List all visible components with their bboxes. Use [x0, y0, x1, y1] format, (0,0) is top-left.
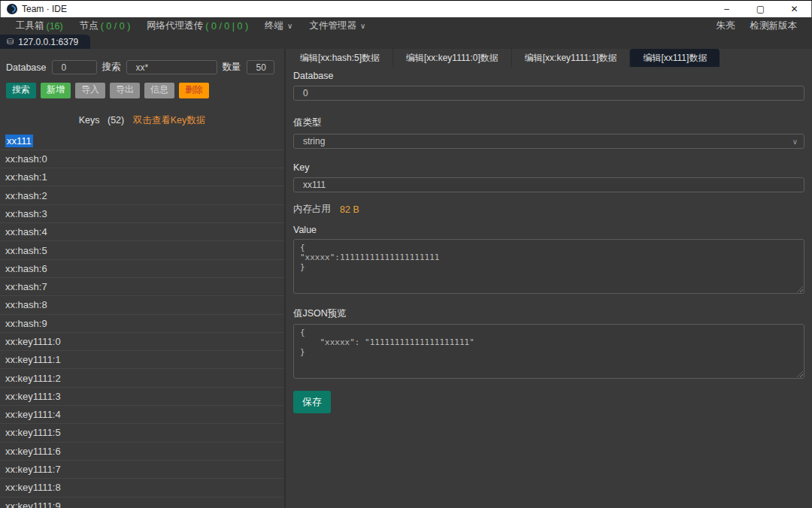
check-update-link[interactable]: 检测新版本 [743, 20, 805, 32]
value-area-wrap: { "xxxxx":11111111111111111111 } [293, 239, 804, 294]
key-list-item[interactable]: xx:hash:0 [0, 150, 284, 168]
key-name: xx:hash:1 [5, 171, 47, 183]
value-label: Value [293, 225, 804, 235]
close-button[interactable]: ✕ [777, 1, 811, 17]
form-database-input[interactable] [293, 86, 804, 101]
key-list-item[interactable]: xx:hash:1 [0, 168, 284, 186]
menu-item-count: (16) [47, 21, 63, 32]
key-list-item[interactable]: xx:key1111:5 [0, 424, 284, 442]
key-list-item[interactable]: xx:key1111:7 [0, 461, 284, 479]
key-list-item[interactable]: xx:hash:7 [0, 278, 284, 296]
form-database-label: Database [293, 71, 804, 81]
key-list-item[interactable]: xx:hash:6 [0, 260, 284, 278]
menu-item-0[interactable]: 工具箱(16) [8, 20, 71, 32]
search-label: 搜索 [102, 61, 121, 74]
key-name: xx111 [5, 135, 33, 147]
keys-header: Keys (52) 双击查看Key数据 [0, 114, 284, 127]
key-list-item[interactable]: xx:hash:2 [0, 186, 284, 204]
sidebar-button-4[interactable]: 信息 [144, 83, 174, 98]
menu-item-label: 文件管理器 [309, 20, 356, 32]
database-input[interactable] [52, 60, 97, 74]
key-list-item[interactable]: xx:key1111:2 [0, 369, 284, 387]
key-input[interactable] [293, 177, 804, 192]
chevron-down-icon: ∨ [792, 138, 798, 146]
user-name[interactable]: 朱亮 [709, 20, 743, 32]
chevron-down-icon: ∨ [360, 22, 365, 30]
json-preview-textarea[interactable]: { "xxxxx": "11111111111111111111" } [293, 324, 804, 379]
key-list-item[interactable]: xx:key1111:8 [0, 479, 284, 497]
menu-item-1[interactable]: 节点( 0 / 0 ) [71, 20, 139, 32]
key-list-item[interactable]: xx:hash:5 [0, 241, 284, 259]
editor-form: Database 值类型 string ∨ Key 内存占用 82 B Valu… [286, 67, 812, 413]
key-label: Key [293, 162, 804, 173]
editor-tab-0[interactable]: 编辑[xx:hash:5]数据 [287, 49, 393, 67]
sidebar-button-2[interactable]: 导入 [75, 83, 105, 98]
key-name: xx:key1111:7 [5, 464, 61, 475]
value-type-label: 值类型 [293, 116, 804, 129]
editor-tab-3[interactable]: 编辑[xx111]数据 [630, 49, 720, 67]
sidebar-button-row: 搜索新增导入导出信息删除 [0, 83, 284, 98]
key-list-item[interactable]: xx:hash:9 [0, 315, 284, 333]
connection-tab-label: 127.0.0.1:6379 [18, 37, 78, 47]
editor-tab-2[interactable]: 编辑[xx:key1111:1]数据 [512, 49, 631, 67]
key-list-item[interactable]: xx:key1111:0 [0, 333, 284, 351]
key-name: xx:key1111:8 [5, 482, 61, 493]
key-list-item[interactable]: xx:key1111:4 [0, 406, 284, 424]
menu-bar: 工具箱(16)节点( 0 / 0 )网络代理透传( 0 / 0 | 0 )终端∨… [0, 17, 812, 35]
sidebar-button-3[interactable]: 导出 [110, 83, 140, 98]
value-type-select[interactable]: string ∨ [293, 134, 804, 149]
key-list-item[interactable]: xx111 [0, 132, 284, 150]
sidebar-button-1[interactable]: 新增 [41, 83, 71, 98]
menu-item-3[interactable]: 终端∨ [256, 20, 301, 32]
menu-item-2[interactable]: 网络代理透传( 0 / 0 | 0 ) [138, 20, 256, 32]
editor-tab-bar: 编辑[xx:hash:5]数据编辑[xx:key1111:0]数据编辑[xx:k… [286, 49, 812, 67]
key-name: xx:key1111:9 [5, 500, 61, 508]
editor-tab-1[interactable]: 编辑[xx:key1111:0]数据 [393, 49, 512, 67]
connection-tab[interactable]: ⛁ 127.0.0.1:6379 [0, 35, 90, 49]
menu-item-label: 网络代理透传 [147, 20, 203, 32]
title-bar: Team · IDE – ▢ ✕ [0, 1, 812, 17]
count-input[interactable] [247, 60, 274, 74]
maximize-button[interactable]: ▢ [744, 1, 777, 17]
value-textarea[interactable]: { "xxxxx":11111111111111111111 } [293, 239, 804, 294]
key-list-item[interactable]: xx:key1111:9 [0, 497, 284, 508]
key-name: xx:hash:6 [5, 263, 47, 274]
sidebar-button-5[interactable]: 删除 [179, 83, 209, 98]
key-list-item[interactable]: xx:hash:4 [0, 223, 284, 241]
key-name: xx:hash:8 [5, 299, 47, 310]
keys-hint: 双击查看Key数据 [133, 115, 206, 125]
json-preview-label: 值JSON预览 [293, 307, 804, 320]
app-logo-icon [7, 4, 17, 14]
window-title: Team · IDE [22, 4, 67, 14]
menu-item-label: 节点 [80, 20, 98, 32]
key-name: xx:key1111:0 [5, 336, 61, 347]
keys-title: Keys [79, 115, 100, 125]
save-button[interactable]: 保存 [293, 391, 331, 413]
chevron-down-icon: ∨ [287, 22, 292, 30]
key-list-item[interactable]: xx:key1111:1 [0, 351, 284, 369]
sidebar-controls: Database 搜索 数量 [0, 60, 284, 74]
memory-value: 82 B [340, 204, 359, 215]
menu-item-4[interactable]: 文件管理器∨ [301, 20, 374, 32]
key-name: xx:hash:2 [5, 190, 47, 201]
search-input[interactable] [126, 60, 217, 74]
key-name: xx:key1111:1 [5, 354, 61, 365]
key-name: xx:key1111:4 [5, 409, 61, 420]
key-list-item[interactable]: xx:key1111:3 [0, 388, 284, 406]
count-label: 数量 [223, 61, 241, 74]
menu-item-label: 终端 [265, 20, 283, 32]
database-label: Database [6, 62, 47, 73]
key-list-item[interactable]: xx:hash:3 [0, 205, 284, 223]
menu-item-count: ( 0 / 0 ) [101, 21, 131, 32]
memory-label: 内存占用 [293, 203, 331, 216]
database-icon: ⛁ [7, 37, 14, 47]
key-name: xx:key1111:6 [5, 446, 61, 457]
key-name: xx:hash:4 [5, 226, 47, 237]
key-name: xx:key1111:2 [5, 373, 61, 384]
minimize-button[interactable]: – [710, 1, 744, 17]
keys-count: (52) [108, 115, 124, 125]
key-name: xx:hash:5 [5, 245, 47, 256]
key-list-item[interactable]: xx:hash:8 [0, 296, 284, 314]
sidebar-button-0[interactable]: 搜索 [6, 83, 36, 98]
key-list-item[interactable]: xx:key1111:6 [0, 443, 284, 461]
